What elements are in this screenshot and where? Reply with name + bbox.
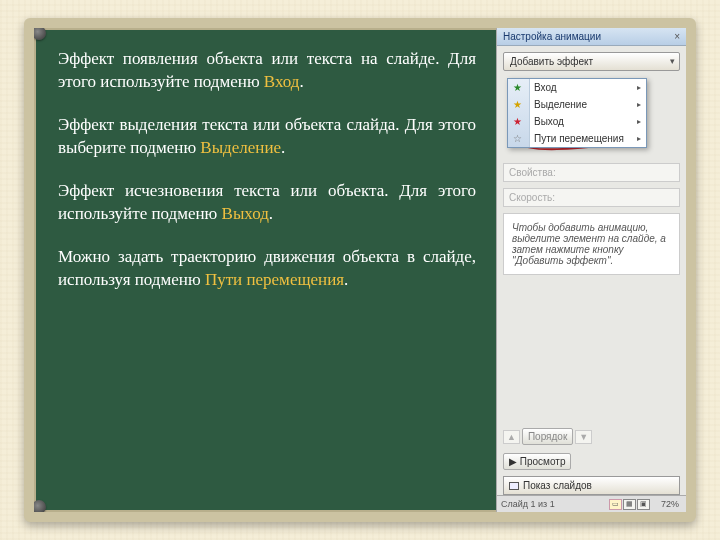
paragraph-entrance: Эффект появления объекта или текста на с… bbox=[58, 48, 476, 94]
paragraph-motion-path: Можно задать траекторию движения объекта… bbox=[58, 246, 476, 292]
view-buttons: ▭ ▦ ▣ bbox=[609, 499, 650, 510]
status-slide: Слайд 1 из 1 bbox=[501, 499, 555, 509]
star-icon: ★ bbox=[513, 82, 522, 93]
hint-text: Чтобы добавить анимацию, выделите элемен… bbox=[503, 213, 680, 275]
add-effect-button[interactable]: Добавить эффект bbox=[503, 52, 680, 71]
menu-item-emphasis[interactable]: ★Выделение bbox=[508, 96, 646, 113]
paragraph-exit: Эффект исчезновения текста или объекта. … bbox=[58, 180, 476, 226]
effect-type-menu: ★Вход ★Выделение ★Выход ☆Пути перемещени… bbox=[507, 78, 647, 148]
view-sorter-icon[interactable]: ▦ bbox=[623, 499, 636, 510]
pane-header: Настройка анимации × bbox=[497, 28, 686, 46]
close-icon[interactable]: × bbox=[674, 31, 680, 42]
speed-selector[interactable]: Скорость: bbox=[503, 188, 680, 207]
status-bar: Слайд 1 из 1 ▭ ▦ ▣ 72% bbox=[497, 495, 686, 512]
pane-title: Настройка анимации bbox=[503, 31, 601, 42]
reorder-up-icon[interactable]: ▲ bbox=[503, 430, 520, 444]
frame-corner-bl bbox=[32, 500, 46, 514]
properties-selector[interactable]: Свойства: bbox=[503, 163, 680, 182]
frame-corner-tl bbox=[32, 26, 46, 40]
paragraph-emphasis: Эффект выделения текста или объекта слай… bbox=[58, 114, 476, 160]
animation-task-pane: Настройка анимации × Добавить эффект ★Вх… bbox=[496, 28, 686, 512]
menu-item-motion-path[interactable]: ☆Пути перемещения bbox=[508, 130, 646, 147]
star-icon: ★ bbox=[513, 99, 522, 110]
view-normal-icon[interactable]: ▭ bbox=[609, 499, 622, 510]
star-icon: ☆ bbox=[513, 133, 522, 144]
menu-item-exit[interactable]: ★Выход bbox=[508, 113, 646, 130]
chalkboard-text: Эффект появления объекта или текста на с… bbox=[34, 28, 496, 512]
menu-item-entrance[interactable]: ★Вход bbox=[508, 79, 646, 96]
zoom-level[interactable]: 72% bbox=[658, 499, 682, 509]
slideshow-icon bbox=[509, 482, 519, 490]
play-button[interactable]: ▶ Просмотр bbox=[503, 453, 571, 470]
slideshow-button[interactable]: Показ слайдов bbox=[503, 476, 680, 495]
reorder-label: Порядок bbox=[522, 428, 573, 445]
star-icon: ★ bbox=[513, 116, 522, 127]
reorder-down-icon[interactable]: ▼ bbox=[575, 430, 592, 444]
view-slideshow-icon[interactable]: ▣ bbox=[637, 499, 650, 510]
